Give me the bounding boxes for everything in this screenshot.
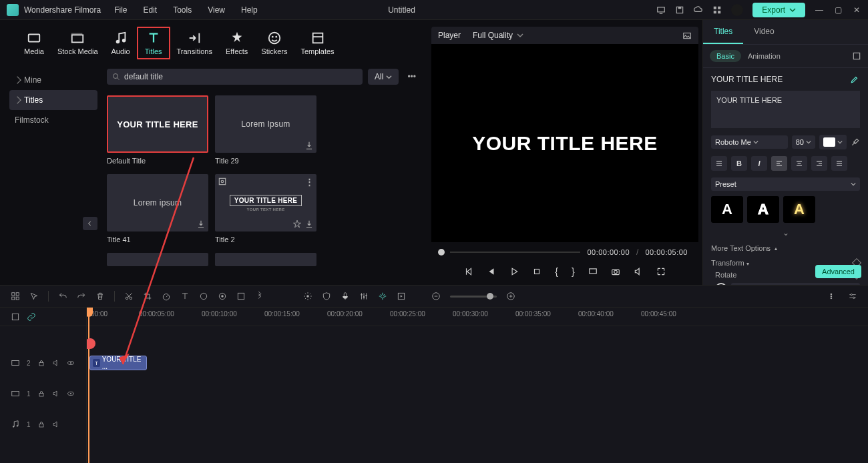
tree-item-mine[interactable]: Mine bbox=[9, 70, 97, 90]
tl-zoom-slider[interactable] bbox=[450, 296, 497, 298]
menu-file[interactable]: File bbox=[114, 5, 127, 15]
download-icon[interactable] bbox=[304, 141, 314, 150]
tl-crop-icon[interactable] bbox=[143, 292, 152, 301]
thumb-more-icon[interactable]: ⋮ bbox=[305, 177, 314, 187]
track-head-v1[interactable]: 1 bbox=[0, 378, 86, 409]
maximize-icon[interactable]: ▢ bbox=[833, 5, 843, 15]
subtab-basic[interactable]: Basic bbox=[710, 50, 741, 62]
volume-icon[interactable] bbox=[634, 267, 643, 276]
timeline-ruler[interactable]: 00:00 00:00:05:00 00:00:10:00 00:00:15:0… bbox=[87, 308, 868, 326]
visibility-icon[interactable] bbox=[67, 359, 75, 367]
display-mode-icon[interactable] bbox=[588, 267, 598, 276]
camera-icon[interactable] bbox=[611, 267, 620, 276]
thumb-title-29[interactable]: Lorem Ipsum Title 29 bbox=[215, 95, 316, 165]
fullscreen-icon[interactable] bbox=[656, 267, 666, 276]
export-button[interactable]: Export bbox=[752, 3, 805, 17]
save-icon[interactable] bbox=[675, 5, 684, 15]
tl-mask-icon[interactable] bbox=[236, 292, 246, 301]
tab-effects[interactable]: Effects bbox=[219, 28, 254, 58]
tl-delete-icon[interactable] bbox=[95, 292, 105, 301]
align-center-button[interactable] bbox=[791, 156, 807, 171]
tree-item-titles[interactable]: Titles bbox=[9, 90, 97, 110]
preset-glow[interactable]: A bbox=[783, 196, 815, 223]
collapse-tree-button[interactable] bbox=[83, 217, 97, 230]
thumb-title-41[interactable]: Lorem ipsum Title 41 bbox=[107, 174, 208, 244]
tl-speed-icon[interactable] bbox=[162, 292, 171, 301]
mark-in-icon[interactable]: { bbox=[555, 266, 558, 277]
preview-viewport[interactable]: YOUR TITLE HERE bbox=[431, 44, 698, 242]
title-text-input[interactable]: YOUR TITLE HERE bbox=[711, 91, 860, 128]
eyedropper-icon[interactable] bbox=[851, 137, 860, 147]
rotate-value[interactable]: 0.00° bbox=[731, 283, 860, 285]
tab-titles[interactable]: Titles bbox=[137, 27, 170, 59]
stop-icon[interactable] bbox=[532, 267, 541, 276]
quality-dropdown[interactable]: Full Quality bbox=[473, 31, 523, 40]
scrubber[interactable] bbox=[438, 249, 580, 256]
favorite-icon[interactable] bbox=[292, 219, 302, 229]
tl-view-icon[interactable] bbox=[829, 292, 839, 301]
cloud-icon[interactable] bbox=[694, 5, 703, 15]
grid-icon[interactable] bbox=[712, 5, 722, 15]
tl-shield-icon[interactable] bbox=[322, 292, 331, 301]
mute-icon[interactable] bbox=[52, 390, 60, 398]
expand-presets-icon[interactable]: ⌄ bbox=[711, 228, 860, 238]
prev-frame-icon[interactable] bbox=[464, 267, 473, 276]
preset-plain[interactable]: A bbox=[711, 196, 743, 223]
lock-icon[interactable] bbox=[37, 420, 45, 428]
tab-transitions[interactable]: Transitions bbox=[170, 28, 219, 58]
lock-icon[interactable] bbox=[37, 390, 45, 398]
tab-templates[interactable]: Templates bbox=[294, 28, 341, 58]
reset-icon[interactable] bbox=[852, 51, 861, 61]
track-a1[interactable] bbox=[87, 409, 868, 440]
tab-stickers[interactable]: Stickers bbox=[254, 28, 294, 58]
tab-stock-media[interactable]: Stock Media bbox=[51, 28, 105, 58]
tl-settings-icon[interactable] bbox=[848, 292, 857, 301]
play-icon[interactable] bbox=[509, 267, 519, 276]
tl-enhance-icon[interactable] bbox=[303, 292, 312, 301]
search-input[interactable] bbox=[107, 69, 363, 85]
lock-icon[interactable] bbox=[37, 359, 45, 367]
thumb-placeholder[interactable] bbox=[215, 253, 316, 266]
bold-button[interactable]: B bbox=[731, 156, 747, 171]
download-icon[interactable] bbox=[196, 219, 206, 229]
tl-magnet-icon[interactable] bbox=[11, 292, 20, 301]
tl-redo-icon[interactable] bbox=[77, 292, 86, 301]
align-justify-button[interactable] bbox=[831, 156, 847, 171]
mute-icon[interactable] bbox=[52, 420, 60, 428]
preset-outline[interactable]: A bbox=[747, 196, 779, 223]
subtab-animation[interactable]: Animation bbox=[748, 52, 781, 60]
tl-zoom-out-icon[interactable] bbox=[431, 292, 441, 301]
title-clip[interactable]: T YOUR TITLE ... bbox=[89, 356, 147, 370]
tl-undo-icon[interactable] bbox=[58, 292, 67, 301]
font-size-dropdown[interactable]: 80 bbox=[792, 135, 815, 149]
tl-collapse-icon[interactable] bbox=[11, 312, 20, 322]
font-family-dropdown[interactable]: Roboto Me bbox=[711, 135, 788, 149]
color-picker[interactable] bbox=[819, 135, 847, 149]
visibility-icon[interactable] bbox=[67, 390, 75, 398]
close-icon[interactable]: ✕ bbox=[852, 5, 861, 15]
minimize-icon[interactable]: — bbox=[815, 5, 824, 15]
filter-dropdown[interactable]: All bbox=[368, 69, 399, 85]
mute-icon[interactable] bbox=[52, 359, 60, 367]
tl-zoom-in-icon[interactable] bbox=[506, 292, 515, 301]
more-text-options[interactable]: More Text Options▴ bbox=[711, 244, 860, 252]
spacing-button[interactable] bbox=[711, 156, 727, 171]
ai-edit-icon[interactable] bbox=[849, 75, 860, 84]
preset-dropdown[interactable]: Preset bbox=[711, 177, 860, 191]
align-left-button[interactable] bbox=[771, 156, 787, 171]
tl-clockwise-icon[interactable] bbox=[199, 292, 208, 301]
download-icon[interactable] bbox=[304, 219, 314, 229]
display-icon[interactable] bbox=[656, 5, 666, 15]
track-head-a1[interactable]: 1 bbox=[0, 409, 86, 440]
tl-text-icon[interactable] bbox=[180, 292, 190, 301]
tl-color-icon[interactable] bbox=[218, 292, 227, 301]
tl-link-icon[interactable] bbox=[27, 312, 36, 322]
tab-audio[interactable]: Audio bbox=[105, 28, 137, 58]
tree-item-filmstock[interactable]: Filmstock bbox=[9, 110, 97, 130]
more-options-icon[interactable]: ••• bbox=[404, 69, 419, 85]
align-right-button[interactable] bbox=[811, 156, 827, 171]
inspector-tab-video[interactable]: Video bbox=[743, 20, 785, 44]
step-back-icon[interactable] bbox=[487, 267, 496, 276]
mark-out-icon[interactable]: } bbox=[572, 266, 575, 277]
track-v1[interactable] bbox=[87, 378, 868, 409]
